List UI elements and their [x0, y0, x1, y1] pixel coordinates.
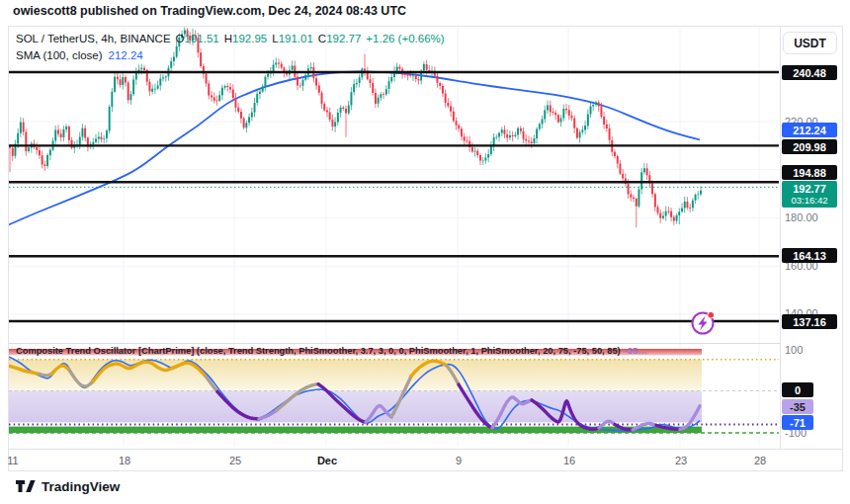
sma-value: 212.24 — [109, 49, 143, 61]
chart-widget: SOL / TetherUS, 4h, BINANCEO191.51H192.9… — [8, 26, 843, 471]
oscillator-value: -35… — [625, 346, 647, 356]
chart-canvas[interactable] — [9, 27, 842, 470]
ohlc-values: O191.51H192.95L191.01C192.77 — [171, 33, 362, 44]
ohlc-label-h: H — [224, 33, 232, 44]
alert-lightning-icon[interactable] — [693, 311, 715, 333]
oscillator-level-badge: -35 — [782, 399, 813, 414]
price-level-badge: 137.16 — [782, 314, 837, 329]
last-price-badge: 192.7703:16:42 — [782, 181, 837, 208]
sma-title[interactable]: SMA (100, close) — [16, 49, 103, 61]
ohlc-value-l: 191.01 — [279, 33, 313, 44]
price-level-badge: 164.13 — [782, 248, 837, 263]
ohlc-value-c: 192.77 — [326, 33, 361, 44]
tradingview-logo-icon — [16, 478, 36, 494]
ohlc-label-c: C — [318, 33, 326, 44]
ohlc-value-o: 191.51 — [185, 33, 219, 44]
currency-toggle-button[interactable]: USDT — [783, 32, 837, 54]
price-level-badge: 212.24 — [782, 123, 837, 137]
price-change: +1.26 (+0.66%) — [366, 33, 444, 44]
time-axis-label: 16 — [563, 455, 575, 466]
pane-separator[interactable] — [9, 343, 780, 344]
horizontal-level-lines[interactable] — [9, 72, 779, 321]
time-axis-label: 11 — [7, 455, 18, 466]
oscillator-level-badge: 0 — [782, 382, 813, 397]
time-axis-label: 18 — [119, 455, 130, 466]
page: { "header": { "published_text": "owiesco… — [0, 0, 850, 504]
tradingview-brand-link[interactable]: TradingView — [16, 478, 120, 494]
oscillator-legend[interactable]: Composite Trend Oscillator [ChartPrime] … — [16, 346, 646, 356]
ohlc-value-h: 192.95 — [232, 33, 267, 44]
publish-header: owiescott8 published on TradingView.com,… — [13, 4, 406, 18]
price-grid-label: 180.00 — [785, 211, 818, 223]
time-axis-label: 25 — [229, 455, 241, 466]
price-level-badge: 194.88 — [782, 165, 837, 180]
symbol-legend[interactable]: SOL / TetherUS, 4h, BINANCEO191.51H192.9… — [16, 33, 445, 44]
oscillator-zones — [9, 349, 779, 433]
time-axis-label: 28 — [754, 455, 766, 466]
price-level-badge: 209.98 — [782, 139, 837, 154]
bar-countdown: 03:16:42 — [785, 196, 834, 207]
brand-text: TradingView — [42, 479, 120, 494]
oscillator-title[interactable]: Composite Trend Oscillator [ChartPrime] … — [16, 346, 621, 356]
sma-legend[interactable]: SMA (100, close)212.24 — [16, 49, 143, 61]
symbol-title[interactable]: SOL / TetherUS, 4h, BINANCE — [16, 33, 171, 44]
ohlc-label-o: O — [176, 33, 185, 44]
oscillator-level-badge: -71 — [782, 415, 813, 430]
time-axis-separator — [9, 449, 842, 450]
oscillator-grid-label: 100 — [785, 344, 803, 356]
price-level-badge: 240.48 — [782, 65, 837, 80]
time-axis-label: Dec — [317, 455, 337, 466]
last-price-value: 192.77 — [785, 183, 834, 196]
price-axis-separator — [780, 27, 781, 449]
time-axis-label: 9 — [456, 455, 462, 466]
time-axis-label: 23 — [675, 455, 687, 466]
